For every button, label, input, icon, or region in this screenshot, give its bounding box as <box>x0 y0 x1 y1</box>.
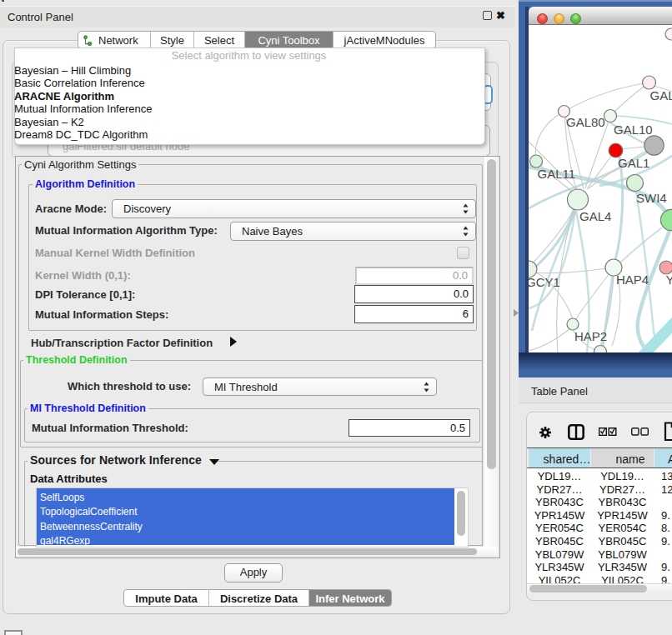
svg-text:GAL10: GAL10 <box>614 122 653 137</box>
svg-text:Y: Y <box>666 272 672 287</box>
svg-text:SWI4: SWI4 <box>636 191 667 205</box>
svg-text:GAL2: GAL2 <box>650 88 672 102</box>
svg-text:GAL80: GAL80 <box>566 115 605 129</box>
svg-text:HAP2: HAP2 <box>574 329 607 343</box>
svg-text:GAL4: GAL4 <box>579 209 611 223</box>
svg-text:HAP4: HAP4 <box>616 272 649 287</box>
svg-text:GAL1: GAL1 <box>618 156 649 170</box>
svg-text:GAL11: GAL11 <box>538 167 576 181</box>
svg-text:GCY1: GCY1 <box>529 275 560 289</box>
